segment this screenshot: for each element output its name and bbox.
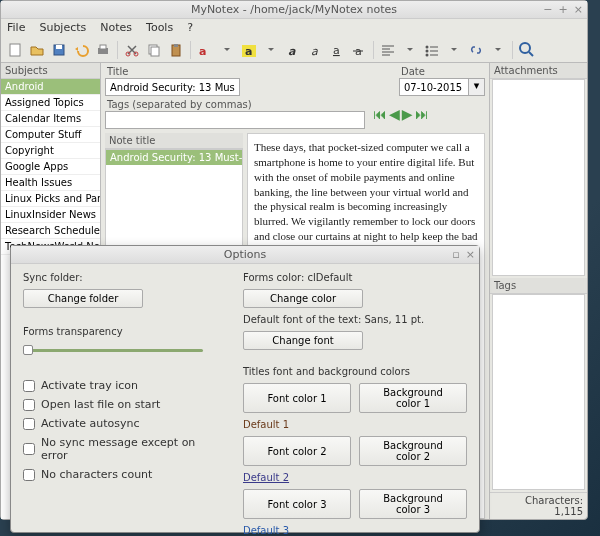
font-dropdown-icon[interactable]	[217, 40, 237, 60]
italic-icon[interactable]: a	[305, 40, 325, 60]
align-dropdown-icon[interactable]	[400, 40, 420, 60]
svg-point-22	[520, 43, 530, 53]
subject-item[interactable]: Assigned Topics	[1, 95, 100, 111]
options-titlebar[interactable]: Options ▫ ×	[11, 246, 479, 264]
transparency-slider[interactable]	[23, 343, 203, 357]
tray-checkbox[interactable]: Activate tray icon	[23, 379, 223, 392]
bg-color-2-button[interactable]: Background color 2	[359, 436, 467, 466]
svg-point-19	[426, 45, 429, 48]
svg-point-21	[426, 53, 429, 56]
subject-item[interactable]: Google Apps	[1, 159, 100, 175]
svg-rect-4	[100, 45, 106, 49]
print-icon[interactable]	[93, 40, 113, 60]
nocharcount-checkbox[interactable]: No characters count	[23, 468, 223, 481]
change-color-button[interactable]: Change color	[243, 289, 363, 308]
search-icon[interactable]	[517, 40, 537, 60]
forms-color-label: Forms color: clDefault	[243, 272, 467, 283]
svg-rect-8	[151, 47, 159, 56]
attachments-label: Attachments	[490, 63, 587, 79]
change-folder-button[interactable]: Change folder	[23, 289, 143, 308]
svg-rect-10	[174, 44, 178, 47]
date-dropdown-icon[interactable]: ▾	[469, 78, 485, 96]
forms-transparency-label: Forms transparency	[23, 326, 223, 337]
nav-next-icon[interactable]: ▶	[402, 106, 413, 122]
subject-item[interactable]: Research Schedule	[1, 223, 100, 239]
date-input[interactable]	[399, 78, 469, 96]
note-list-item[interactable]: Android Security: 13 Must-Kno	[106, 150, 242, 165]
highlight-icon[interactable]: a	[239, 40, 259, 60]
openlast-checkbox[interactable]: Open last file on start	[23, 398, 223, 411]
svg-text:a: a	[311, 45, 318, 57]
cut-icon[interactable]	[122, 40, 142, 60]
bullet-list-icon[interactable]	[422, 40, 442, 60]
bold-icon[interactable]: a	[283, 40, 303, 60]
default-font-label: Default font of the text: Sans, 11 pt.	[243, 314, 467, 325]
menu-subjects[interactable]: Subjects	[39, 21, 86, 35]
notelist-header: Note title	[105, 133, 243, 149]
attachments-box[interactable]	[492, 79, 585, 276]
new-file-icon[interactable]	[5, 40, 25, 60]
link-dropdown-icon[interactable]	[488, 40, 508, 60]
open-file-icon[interactable]	[27, 40, 47, 60]
bg-color-1-button[interactable]: Background color 1	[359, 383, 467, 413]
menu-notes[interactable]: Notes	[100, 21, 132, 35]
maximize-icon[interactable]: +	[559, 1, 568, 19]
titles-font-label: Titles font and background colors	[243, 366, 467, 377]
default-1-label: Default 1	[243, 419, 467, 430]
copy-icon[interactable]	[144, 40, 164, 60]
font-color-2-button[interactable]: Font color 2	[243, 436, 351, 466]
subject-item[interactable]: Copyright	[1, 143, 100, 159]
svg-rect-2	[56, 45, 62, 49]
minimize-icon[interactable]: −	[543, 1, 552, 19]
list-dropdown-icon[interactable]	[444, 40, 464, 60]
autosync-checkbox[interactable]: Activate autosync	[23, 417, 223, 430]
svg-text:a: a	[245, 45, 252, 57]
options-left-column: Sync folder: Change folder Forms transpa…	[23, 272, 223, 536]
char-count: Characters: 1,115	[490, 492, 587, 519]
title-label: Title	[105, 65, 395, 78]
change-font-button[interactable]: Change font	[243, 331, 363, 350]
nav-first-icon[interactable]: ⏮	[373, 106, 387, 122]
menu-help[interactable]: ?	[187, 21, 193, 35]
strike-icon[interactable]: a	[349, 40, 369, 60]
paste-icon[interactable]	[166, 40, 186, 60]
menu-file[interactable]: File	[7, 21, 25, 35]
main-titlebar[interactable]: MyNotex - /home/jack/MyNotex notes − + ×	[1, 1, 587, 19]
tags-panel-label: Tags	[490, 278, 587, 294]
tags-input[interactable]	[105, 111, 365, 129]
subject-item[interactable]: Computer Stuff	[1, 127, 100, 143]
options-close-icon[interactable]: ×	[466, 246, 475, 264]
default-3-label: Default 3	[243, 525, 467, 536]
highlight-dropdown-icon[interactable]	[261, 40, 281, 60]
close-icon[interactable]: ×	[574, 1, 583, 19]
title-input[interactable]	[105, 78, 240, 96]
options-dialog: Options ▫ × Sync folder: Change folder F…	[10, 245, 480, 533]
svg-point-20	[426, 49, 429, 52]
nav-last-icon[interactable]: ⏭	[415, 106, 429, 122]
tags-label: Tags (separated by commas)	[105, 98, 365, 111]
subject-item[interactable]: Linux Picks and Pans	[1, 191, 100, 207]
font-color-3-button[interactable]: Font color 3	[243, 489, 351, 519]
align-left-icon[interactable]	[378, 40, 398, 60]
font-icon[interactable]: a	[195, 40, 215, 60]
menu-tools[interactable]: Tools	[146, 21, 173, 35]
subject-item[interactable]: Health Issues	[1, 175, 100, 191]
save-icon[interactable]	[49, 40, 69, 60]
subject-item[interactable]: Calendar Items	[1, 111, 100, 127]
tags-box[interactable]	[492, 294, 585, 491]
nosyncmsg-checkbox[interactable]: No sync message except on error	[23, 436, 223, 462]
svg-rect-0	[10, 44, 20, 56]
toolbar: a a a a a a	[1, 37, 587, 63]
subject-item[interactable]: Android	[1, 79, 100, 95]
sync-folder-label: Sync folder:	[23, 272, 223, 283]
nav-prev-icon[interactable]: ◀	[389, 106, 400, 122]
underline-icon[interactable]: a	[327, 40, 347, 60]
bg-color-3-button[interactable]: Background color 3	[359, 489, 467, 519]
font-color-1-button[interactable]: Font color 1	[243, 383, 351, 413]
svg-text:a: a	[199, 45, 206, 57]
link-icon[interactable]	[466, 40, 486, 60]
options-maximize-icon[interactable]: ▫	[452, 246, 459, 264]
options-title: Options	[224, 248, 266, 261]
subject-item[interactable]: LinuxInsider News	[1, 207, 100, 223]
undo-icon[interactable]	[71, 40, 91, 60]
